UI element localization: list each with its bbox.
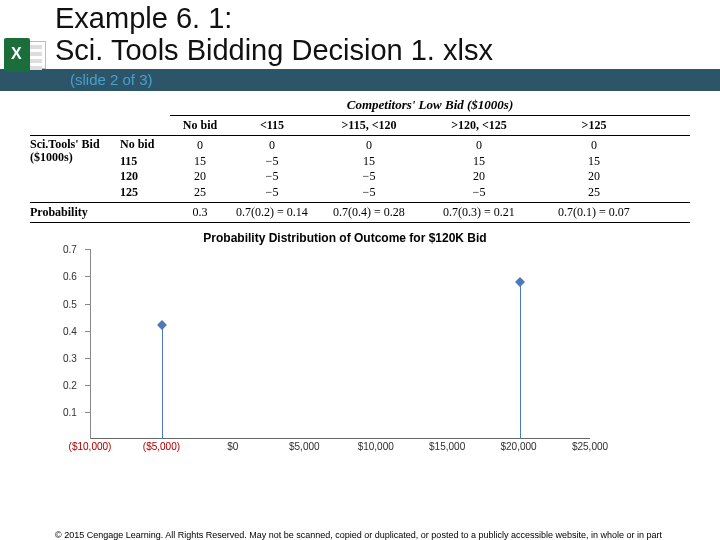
cell: −5: [314, 185, 424, 201]
ytick-label: 0.6: [63, 271, 77, 282]
row-bid: 120: [120, 169, 170, 185]
ytick-label: 0.3: [63, 352, 77, 363]
table-caption: Competitors' Low Bid ($1000s): [30, 97, 690, 113]
col-c2: >115, <120: [314, 118, 424, 133]
table-body: Sci.Tools' Bid ($1000s) No bid 0 0 0 0 0…: [30, 138, 690, 200]
cell: 20: [424, 169, 534, 185]
cell: 20: [534, 169, 654, 185]
col-c1: <115: [230, 118, 314, 133]
cell: 0: [170, 138, 230, 154]
cell: −5: [230, 154, 314, 170]
cell: −5: [230, 169, 314, 185]
cell: −5: [314, 169, 424, 185]
content: Competitors' Low Bid ($1000s) No bid <11…: [0, 91, 720, 455]
col-nobid: No bid: [170, 118, 230, 133]
chart-xaxis: ($10,000)($5,000)$0$5,000$10,000$15,000$…: [90, 439, 590, 455]
cell: 25: [170, 185, 230, 201]
subtitle-text: (slide 2 of 3): [70, 71, 153, 88]
prob-cell: 0.7(0.1) = 0.07: [534, 205, 654, 220]
xtick-label: $10,000: [358, 441, 394, 452]
row-bid: No bid: [120, 138, 170, 151]
col-c3: >120, <125: [424, 118, 534, 133]
prob-label: Probability: [30, 205, 120, 220]
data-marker: [157, 320, 167, 330]
ytick-label: 0.4: [63, 325, 77, 336]
cell: 15: [534, 154, 654, 170]
data-marker: [515, 277, 525, 287]
cell: 20: [170, 169, 230, 185]
xtick-label: ($5,000): [143, 441, 180, 452]
xtick-label: $20,000: [500, 441, 536, 452]
ytick-label: 0.2: [63, 380, 77, 391]
cell: 15: [424, 154, 534, 170]
prob-cell: 0.7(0.4) = 0.28: [314, 205, 424, 220]
ytick-label: 0.1: [63, 407, 77, 418]
row-bid: 125: [120, 185, 170, 201]
xtick-label: $0: [227, 441, 238, 452]
copyright: © 2015 Cengage Learning. All Rights Rese…: [55, 530, 700, 540]
excel-icon: [4, 38, 46, 74]
row-bid: 115: [120, 154, 170, 170]
ytick-label: 0.7: [63, 244, 77, 255]
xtick-label: $5,000: [289, 441, 320, 452]
col-c4: >125: [534, 118, 654, 133]
cell: 0: [534, 138, 654, 154]
chart-title: Probability Distribution of Outcome for …: [70, 231, 620, 245]
cell: −5: [230, 185, 314, 201]
title-line1: Example 6. 1:: [55, 2, 720, 34]
title-block: Example 6. 1: Sci. Tools Bidding Decisio…: [0, 0, 720, 67]
cell: −5: [424, 185, 534, 201]
table-stub: Sci.Tools' Bid ($1000s): [30, 138, 120, 164]
cell: 15: [314, 154, 424, 170]
xtick-label: $15,000: [429, 441, 465, 452]
cell: 15: [170, 154, 230, 170]
cell: 0: [230, 138, 314, 154]
payoff-table: Competitors' Low Bid ($1000s) No bid <11…: [30, 97, 690, 223]
cell: 0: [314, 138, 424, 154]
title-line2: Sci. Tools Bidding Decision 1. xlsx: [55, 34, 720, 66]
subtitle-bar: (slide 2 of 3): [0, 69, 720, 91]
chart-plot: 0.10.20.30.40.50.60.7: [90, 249, 590, 439]
xtick-label: $25,000: [572, 441, 608, 452]
prob-cell: 0.7(0.3) = 0.21: [424, 205, 534, 220]
cell: 0: [424, 138, 534, 154]
prob-cell: 0.7(0.2) = 0.14: [230, 205, 314, 220]
prob-cell: 0.3: [170, 205, 230, 220]
ytick-label: 0.5: [63, 298, 77, 309]
xtick-label: ($10,000): [69, 441, 112, 452]
chart: Probability Distribution of Outcome for …: [70, 231, 620, 455]
cell: 25: [534, 185, 654, 201]
